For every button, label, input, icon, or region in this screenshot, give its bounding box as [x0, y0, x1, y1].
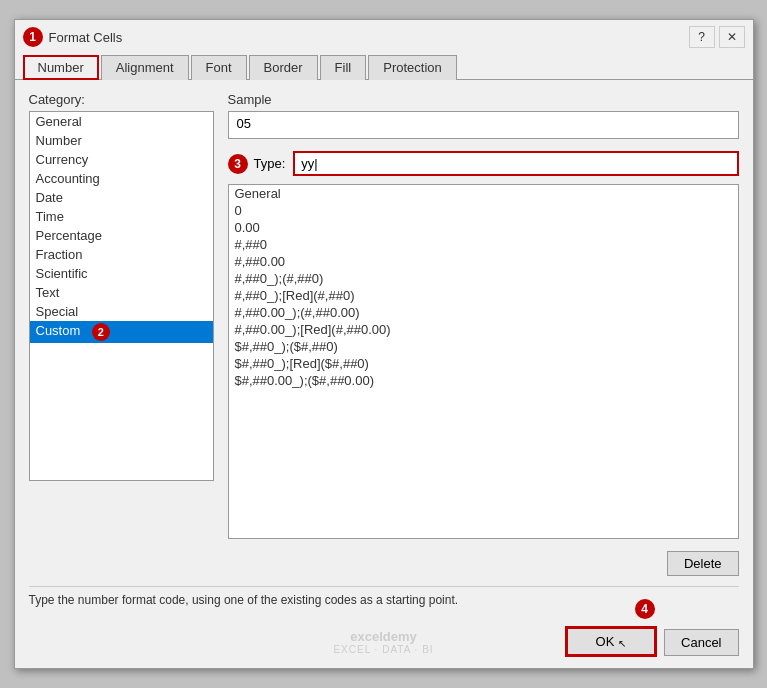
format-item-hash0-paren[interactable]: #,##0_);(#,##0) [229, 270, 722, 287]
type-input[interactable] [293, 151, 738, 176]
category-item-special[interactable]: Special [30, 302, 213, 321]
sample-label: Sample [228, 92, 739, 107]
format-list[interactable]: General 0 0.00 #,##0 #,##0.00 #,##0_);(#… [229, 185, 738, 538]
category-item-custom[interactable]: Custom 2 [30, 321, 213, 343]
delete-row: Delete [228, 551, 739, 576]
category-item-number[interactable]: Number [30, 131, 213, 150]
format-item-general[interactable]: General [229, 185, 722, 202]
tab-border[interactable]: Border [249, 55, 318, 80]
format-list-wrap: General 0 0.00 #,##0 #,##0.00 #,##0_);(#… [228, 184, 739, 539]
watermark: exceldemy EXCEL · DATA · BI [333, 629, 433, 655]
cursor-icon: ↖ [618, 638, 626, 649]
format-item-hash000-paren[interactable]: #,##0.00_);(#,##0.00) [229, 304, 722, 321]
format-item-dollar0-red[interactable]: $#,##0_);[Red]($#,##0) [229, 355, 722, 372]
watermark-line2: EXCEL · DATA · BI [333, 644, 433, 655]
format-cells-dialog: 1 Format Cells ? ✕ Number Alignment Font… [14, 19, 754, 669]
tabs-bar: Number Alignment Font Border Fill Protec… [15, 48, 753, 80]
left-panel: Category: General Number Currency Accoun… [29, 92, 214, 576]
format-item-hash000[interactable]: #,##0.00 [229, 253, 722, 270]
type-row: 3 Type: [228, 151, 739, 176]
category-item-currency[interactable]: Currency [30, 150, 213, 169]
footer: exceldemy EXCEL · DATA · BI 4 OK ↖ Cance… [15, 619, 753, 668]
badge-1: 1 [23, 27, 43, 47]
category-item-text[interactable]: Text [30, 283, 213, 302]
format-item-hash000-red[interactable]: #,##0.00_);[Red](#,##0.00) [229, 321, 722, 338]
category-label: Category: [29, 92, 214, 107]
ok-button[interactable]: OK ↖ [566, 627, 656, 656]
badge-2: 2 [92, 323, 110, 341]
type-label: Type: [254, 156, 286, 171]
title-bar-right: ? ✕ [689, 26, 745, 48]
format-item-hash0[interactable]: #,##0 [229, 236, 722, 253]
category-item-fraction[interactable]: Fraction [30, 245, 213, 264]
sample-section: Sample 05 [228, 92, 739, 139]
dialog-title: Format Cells [49, 30, 123, 45]
format-item-0[interactable]: 0 [229, 202, 722, 219]
format-item-dollar0[interactable]: $#,##0_);($#,##0) [229, 338, 722, 355]
format-item-dollar000[interactable]: $#,##0.00_);($#,##0.00) [229, 372, 722, 389]
category-item-scientific[interactable]: Scientific [30, 264, 213, 283]
title-bar: 1 Format Cells ? ✕ [15, 20, 753, 48]
badge-3: 3 [228, 154, 248, 174]
badge-4: 4 [635, 599, 655, 619]
right-panel: Sample 05 3 Type: General 0 0. [228, 92, 739, 576]
format-item-000[interactable]: 0.00 [229, 219, 722, 236]
category-item-general[interactable]: General [30, 112, 213, 131]
help-button[interactable]: ? [689, 26, 715, 48]
title-bar-left: 1 Format Cells [23, 27, 123, 47]
tab-fill[interactable]: Fill [320, 55, 367, 80]
main-area: Category: General Number Currency Accoun… [29, 92, 739, 576]
category-item-date[interactable]: Date [30, 188, 213, 207]
category-item-percentage[interactable]: Percentage [30, 226, 213, 245]
delete-button[interactable]: Delete [667, 551, 739, 576]
hint-text: Type the number format code, using one o… [29, 586, 739, 607]
category-list[interactable]: General Number Currency Accounting Date … [29, 111, 214, 481]
close-button[interactable]: ✕ [719, 26, 745, 48]
category-item-accounting[interactable]: Accounting [30, 169, 213, 188]
tab-protection[interactable]: Protection [368, 55, 457, 80]
cancel-button[interactable]: Cancel [664, 629, 738, 656]
tab-number[interactable]: Number [23, 55, 99, 80]
tab-alignment[interactable]: Alignment [101, 55, 189, 80]
format-item-hash0-red[interactable]: #,##0_);[Red](#,##0) [229, 287, 722, 304]
main-content: Category: General Number Currency Accoun… [15, 80, 753, 619]
type-label-wrap: 3 Type: [228, 154, 286, 174]
tab-font[interactable]: Font [191, 55, 247, 80]
watermark-line1: exceldemy [333, 629, 433, 644]
category-item-time[interactable]: Time [30, 207, 213, 226]
sample-box: 05 [228, 111, 739, 139]
